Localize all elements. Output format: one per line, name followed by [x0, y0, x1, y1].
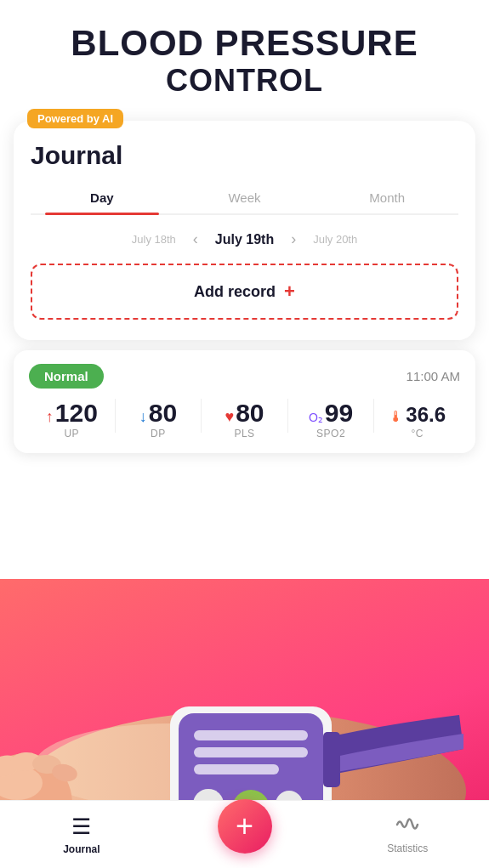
center-add-icon: + — [236, 811, 253, 842]
metric-temp: 🌡 36.6 °C — [374, 405, 460, 440]
date-navigator: July 18th ‹ July 19th › July 20th — [31, 230, 458, 248]
nav-add[interactable]: + — [163, 816, 327, 854]
nav-journal[interactable]: ☰ Journal — [0, 814, 163, 855]
tab-bar: Day Week Month — [31, 184, 458, 215]
tab-month[interactable]: Month — [316, 184, 458, 213]
heart-icon: ♥ — [225, 408, 234, 426]
pls-unit: PLS — [234, 428, 254, 440]
add-record-button[interactable]: Add record + — [31, 264, 458, 320]
date-next: July 20th — [313, 233, 357, 246]
spo2-unit: SPO2 — [316, 428, 345, 440]
metric-dp: ↓ 80 DP — [116, 400, 202, 440]
temp-icon: 🌡 — [389, 408, 404, 426]
spo2-icon: O₂ — [309, 411, 323, 424]
metric-pls: ♥ 80 PLS — [202, 400, 287, 440]
svg-rect-16 — [323, 732, 340, 787]
svg-rect-11 — [194, 747, 308, 757]
up-value: 120 — [55, 400, 98, 426]
nav-statistics-label: Statistics — [387, 842, 428, 854]
date-current: July 19th — [215, 232, 274, 247]
svg-rect-12 — [194, 764, 279, 774]
date-prev: July 18th — [132, 233, 176, 246]
record-card: Normal 11:00 AM ↑ 120 UP ↓ 80 DP ♥ 80 PL… — [14, 350, 475, 453]
nav-statistics[interactable]: Statistics — [326, 815, 489, 854]
center-add-button[interactable]: + — [218, 799, 272, 854]
ai-badge: Powered by AI — [27, 109, 123, 128]
record-time: 11:00 AM — [407, 369, 460, 383]
pls-value: 80 — [236, 400, 264, 426]
metric-up: ↑ 120 UP — [29, 400, 115, 440]
journal-title: Journal — [31, 141, 458, 170]
tab-day[interactable]: Day — [31, 184, 173, 213]
status-badge: Normal — [29, 364, 104, 389]
up-unit: UP — [64, 428, 79, 440]
journal-card: Powered by AI Journal Day Week Month Jul… — [14, 121, 475, 340]
header: BLOOD PRESSURE CONTROL — [0, 0, 489, 112]
app-title-main: BLOOD PRESSURE — [17, 24, 472, 63]
record-header: Normal 11:00 AM — [29, 364, 460, 389]
dp-unit: DP — [151, 428, 166, 440]
app-title-sub: CONTROL — [17, 63, 472, 99]
statistics-icon — [395, 815, 419, 839]
add-icon: + — [284, 281, 295, 303]
temp-value: 36.6 — [406, 405, 446, 425]
dp-icon: ↓ — [139, 408, 147, 426]
metric-spo2: O₂ 99 SPO2 — [288, 400, 374, 440]
journal-icon: ☰ — [71, 814, 91, 840]
temp-unit: °C — [411, 428, 423, 440]
tab-week[interactable]: Week — [173, 184, 316, 213]
up-icon: ↑ — [46, 408, 54, 426]
svg-rect-10 — [194, 730, 308, 740]
nav-journal-label: Journal — [63, 843, 100, 855]
record-metrics: ↑ 120 UP ↓ 80 DP ♥ 80 PLS O₂ 99 — [29, 399, 460, 440]
add-record-label: Add record — [194, 283, 276, 301]
next-date-button[interactable]: › — [287, 230, 299, 248]
dp-value: 80 — [149, 400, 177, 426]
bottom-nav: ☰ Journal + Statistics — [0, 800, 489, 868]
prev-date-button[interactable]: ‹ — [190, 230, 202, 248]
spo2-value: 99 — [325, 400, 353, 426]
